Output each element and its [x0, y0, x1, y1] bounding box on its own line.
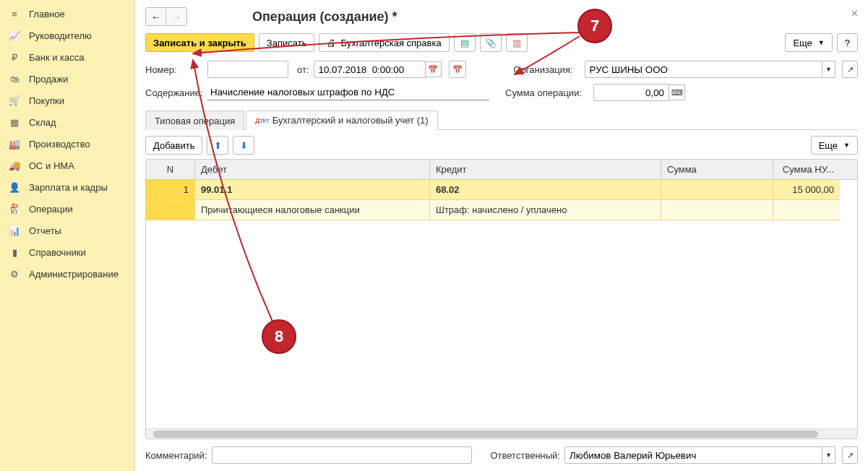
- tab-accounting[interactable]: ДтКтБухгалтерский и налоговый учет (1): [246, 111, 437, 130]
- cell-sum[interactable]: [661, 200, 773, 220]
- th-n[interactable]: N: [146, 160, 195, 179]
- sidebar-item-operations[interactable]: ДтКтОперации: [0, 198, 134, 220]
- tab-label: Типовая операция: [155, 116, 235, 126]
- dtkt-icon: ДтКт: [7, 203, 22, 215]
- content-label: Содержание:: [145, 87, 203, 98]
- sidebar-item-label: Продажи: [29, 74, 68, 85]
- books-icon: ▮: [7, 246, 22, 258]
- save-close-button[interactable]: Записать и закрыть: [145, 33, 254, 52]
- calendar-icon[interactable]: 📅: [426, 61, 442, 77]
- table-row[interactable]: 1 99.01.1 68.02 15 000,00: [146, 180, 857, 200]
- save-button[interactable]: Записать: [259, 33, 315, 52]
- bars-icon: 📊: [7, 225, 22, 236]
- th-debit[interactable]: Дебет: [195, 160, 430, 179]
- sub-more-button[interactable]: Еще▼: [811, 136, 858, 155]
- sidebar-item-label: Покупки: [29, 95, 64, 106]
- sidebar-item-reports[interactable]: 📊Отчеты: [0, 220, 134, 241]
- sidebar-item-bank[interactable]: ₽Банк и касса: [0, 46, 134, 68]
- number-input[interactable]: [207, 61, 288, 78]
- date-input[interactable]: [314, 61, 426, 78]
- sidebar-item-production[interactable]: 🏭Производство: [0, 133, 134, 155]
- sidebar-item-purchases[interactable]: 🛒Покупки: [0, 90, 134, 111]
- sidebar-item-label: Справочники: [29, 247, 86, 258]
- sidebar-item-label: ОС и НМА: [29, 160, 74, 171]
- content-input[interactable]: [207, 85, 489, 100]
- cell-sum[interactable]: [661, 180, 773, 200]
- sidebar-item-label: Склад: [29, 117, 56, 128]
- move-up-button[interactable]: ⬆: [207, 136, 228, 155]
- th-sumnu[interactable]: Сумма НУ...: [773, 160, 840, 179]
- tab-typical-operation[interactable]: Типовая операция: [145, 111, 244, 130]
- register-button[interactable]: ▤: [454, 33, 476, 52]
- sidebar-item-admin[interactable]: ⚙Администрирование: [0, 263, 134, 285]
- chart-icon: 📈: [7, 30, 22, 41]
- add-button[interactable]: Добавить: [145, 136, 202, 155]
- responsible-dropdown-icon[interactable]: ▼: [822, 446, 835, 464]
- move-down-button[interactable]: ⬇: [233, 136, 254, 155]
- cell-credit[interactable]: 68.02: [430, 180, 661, 200]
- sidebar-item-label: Администрирование: [29, 269, 119, 280]
- org-input[interactable]: [585, 61, 822, 78]
- sidebar-item-label: Руководителю: [29, 30, 92, 41]
- more-button[interactable]: Еще▼: [785, 33, 832, 52]
- calculator-icon[interactable]: ⌨: [669, 85, 685, 100]
- comment-label: Комментарий:: [145, 450, 207, 461]
- cart-icon: 🛒: [7, 95, 22, 106]
- sidebar-item-sales[interactable]: 🛍Продажи: [0, 68, 134, 90]
- menu-icon: ≡: [7, 8, 22, 20]
- report-button[interactable]: ▥: [506, 33, 528, 52]
- date-label: от:: [297, 64, 309, 75]
- sidebar-item-assets[interactable]: 🚚ОС и НМА: [0, 155, 134, 176]
- cell-debit-desc[interactable]: Причитающиеся налоговые санкции: [195, 200, 430, 220]
- sidebar-item-label: Операции: [29, 204, 73, 215]
- horizontal-scrollbar[interactable]: [146, 428, 857, 438]
- sidebar-item-label: Главное: [29, 9, 65, 20]
- sidebar-item-label: Зарплата и кадры: [29, 182, 108, 193]
- scrollbar-thumb[interactable]: [153, 431, 818, 438]
- chevron-down-icon: ▼: [843, 142, 850, 149]
- gear-icon: ⚙: [7, 268, 22, 280]
- boxes-icon: ▦: [7, 116, 22, 128]
- th-sum[interactable]: Сумма: [661, 160, 773, 179]
- main-area: × ← → Операция (создание) * Записать и з…: [135, 0, 868, 471]
- responsible-open-button[interactable]: ↗: [842, 446, 858, 464]
- cell-credit-desc[interactable]: Штраф: начислено / уплачено: [430, 200, 661, 220]
- accounting-table: N Дебет Кредит Сумма Сумма НУ... 1 99.01…: [145, 159, 858, 439]
- org-dropdown-icon[interactable]: ▼: [822, 61, 835, 78]
- callout-7: 7: [577, 9, 612, 43]
- cell-n[interactable]: [146, 200, 195, 220]
- sidebar-item-warehouse[interactable]: ▦Склад: [0, 111, 134, 133]
- callout-8: 8: [262, 319, 296, 354]
- cell-n[interactable]: 1: [146, 180, 195, 200]
- th-credit[interactable]: Кредит: [430, 160, 661, 179]
- truck-icon: 🚚: [7, 160, 22, 171]
- responsible-label: Ответственный:: [491, 450, 560, 461]
- sum-input[interactable]: [593, 84, 669, 101]
- factory-icon: 🏭: [7, 138, 22, 150]
- cell-debit[interactable]: 99.01.1: [195, 180, 430, 200]
- sidebar-item-main[interactable]: ≡Главное: [0, 3, 134, 25]
- table-row[interactable]: Причитающиеся налоговые санкции Штраф: н…: [146, 200, 857, 220]
- sidebar-item-catalogs[interactable]: ▮Справочники: [0, 241, 134, 263]
- cell-sumnu[interactable]: [773, 200, 840, 220]
- chevron-down-icon: ▼: [818, 39, 825, 46]
- cell-sumnu[interactable]: 15 000,00: [773, 180, 840, 200]
- comment-input[interactable]: [212, 446, 472, 464]
- print-reference-button[interactable]: 🖨Бухгалтерская справка: [319, 33, 449, 52]
- close-button[interactable]: ×: [851, 7, 858, 20]
- sidebar-item-salary[interactable]: 👤Зарплата и кадры: [0, 176, 134, 198]
- register-icon: ▤: [460, 38, 469, 48]
- tab-label: Бухгалтерский и налоговый учет (1): [272, 115, 429, 126]
- org-open-button[interactable]: ↗: [842, 61, 858, 78]
- calendar2-icon[interactable]: 📅: [449, 61, 466, 78]
- sidebar-item-manager[interactable]: 📈Руководителю: [0, 25, 134, 46]
- attach-button[interactable]: 📎: [480, 33, 502, 52]
- help-button[interactable]: ?: [837, 33, 858, 52]
- arrow-down-icon: ⬇: [240, 140, 248, 151]
- nav-back-button[interactable]: ←: [146, 8, 166, 25]
- nav-forward-button[interactable]: →: [166, 8, 186, 25]
- number-label: Номер:: [145, 64, 203, 75]
- page-title: Операция (создание) *: [252, 9, 398, 25]
- arrow-up-icon: ⬆: [214, 140, 222, 151]
- responsible-input[interactable]: [564, 446, 822, 464]
